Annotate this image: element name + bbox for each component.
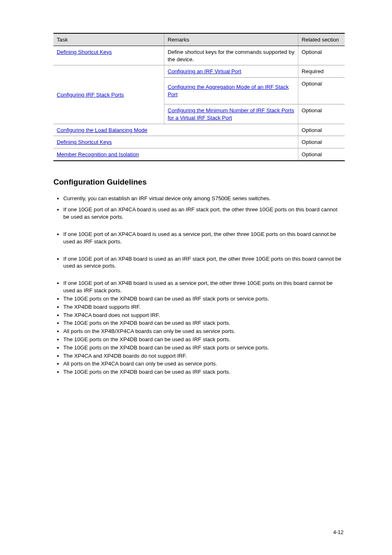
task-table-wrap: Task Remarks Related section Defining Sh… <box>53 33 345 161</box>
remarks-cell: Configuring the Aggregation Mode of an I… <box>164 78 298 104</box>
related-cell: Optional <box>298 148 345 161</box>
list-item: If one 10GE port of an XP4B board is use… <box>63 255 345 270</box>
table-row: Configuring IRF Stack Ports Configuring … <box>53 65 345 78</box>
xref-link[interactable]: Configuring the Aggregation Mode of an I… <box>168 84 289 97</box>
remarks-cell: Configuring an IRF Virtual Port <box>164 65 298 78</box>
task-cell: Configuring IRF Stack Ports <box>53 65 164 124</box>
list-item: The 10GE ports on the XP4DB board can be… <box>63 368 345 376</box>
table-row: Defining Shortcut Keys Optional <box>53 136 345 148</box>
col-header-remarks: Remarks <box>164 33 298 46</box>
page-number: 4-12 <box>333 529 344 536</box>
list-item: If one 10GE port of an XP4CA board is us… <box>63 231 345 245</box>
list-item: The XP4CA board does not support IRF. <box>63 312 345 319</box>
list-item: All ports on the XP4CA board can only be… <box>63 360 345 368</box>
list-item: If one 10GE port of an XP4B board is use… <box>63 280 345 294</box>
list-item: The XP4CA and XP4DB boards do not suppor… <box>63 352 345 360</box>
col-header-task: Task <box>53 33 164 46</box>
remarks-text: Define shortcut keys for the commands su… <box>168 49 295 62</box>
table-row: Member Recognition and Isolation Optiona… <box>53 148 345 161</box>
xref-link[interactable]: Configuring the Minimum Number of IRF St… <box>168 107 294 121</box>
xref-link[interactable]: Configuring IRF Stack Ports <box>57 92 124 98</box>
table-row: Configuring the Load Balancing Mode Opti… <box>53 124 345 136</box>
list-item: All ports on the XP4B/XP4CA boards can o… <box>63 328 345 335</box>
xref-link[interactable]: Configuring an IRF Virtual Port <box>168 68 241 74</box>
list-item: The 10GE ports on the XP4DB board can be… <box>63 295 345 303</box>
xref-link[interactable]: Configuring the Load Balancing Mode <box>57 127 148 133</box>
related-cell: Optional <box>298 78 345 104</box>
table-header-row: Task Remarks Related section <box>53 33 345 46</box>
task-cell: Member Recognition and Isolation <box>53 148 298 161</box>
xref-link[interactable]: Defining Shortcut Keys <box>57 49 112 55</box>
section-heading: Configuration Guidelines <box>53 177 345 187</box>
remarks-cell: Configuring the Minimum Number of IRF St… <box>164 104 298 124</box>
task-cell: Configuring the Load Balancing Mode <box>53 124 298 136</box>
list-item: The 10GE ports on the XP4DB board can be… <box>63 344 345 352</box>
list-item: Currently, you can establish an IRF virt… <box>63 195 345 202</box>
task-cell: Defining Shortcut Keys <box>53 136 298 148</box>
list-item: The 10GE ports on the XP4DB board can be… <box>63 319 345 327</box>
table-row: Defining Shortcut Keys Define shortcut k… <box>53 46 345 65</box>
xref-link[interactable]: Member Recognition and Isolation <box>57 151 139 157</box>
task-cell: Defining Shortcut Keys <box>53 46 164 65</box>
related-cell: Optional <box>298 136 345 148</box>
list-item: The 10GE ports on the XP4DB board can be… <box>63 336 345 343</box>
xref-link[interactable]: Defining Shortcut Keys <box>57 139 112 145</box>
related-cell: Optional <box>298 46 345 65</box>
page: { "table": { "headers": { "task": "Task"… <box>0 0 392 555</box>
list-item: The XP4DB board supports IRF. <box>63 303 345 311</box>
related-cell: Required <box>298 65 345 78</box>
guidelines-list: Currently, you can establish an IRF virt… <box>53 195 345 376</box>
list-item: If one 10GE port of an XP4CA board is us… <box>63 206 345 221</box>
col-header-related: Related section <box>298 33 345 46</box>
related-cell: Optional <box>298 104 345 124</box>
remarks-cell: Define shortcut keys for the commands su… <box>164 46 298 65</box>
task-table: Task Remarks Related section Defining Sh… <box>53 33 345 161</box>
related-cell: Optional <box>298 124 345 136</box>
